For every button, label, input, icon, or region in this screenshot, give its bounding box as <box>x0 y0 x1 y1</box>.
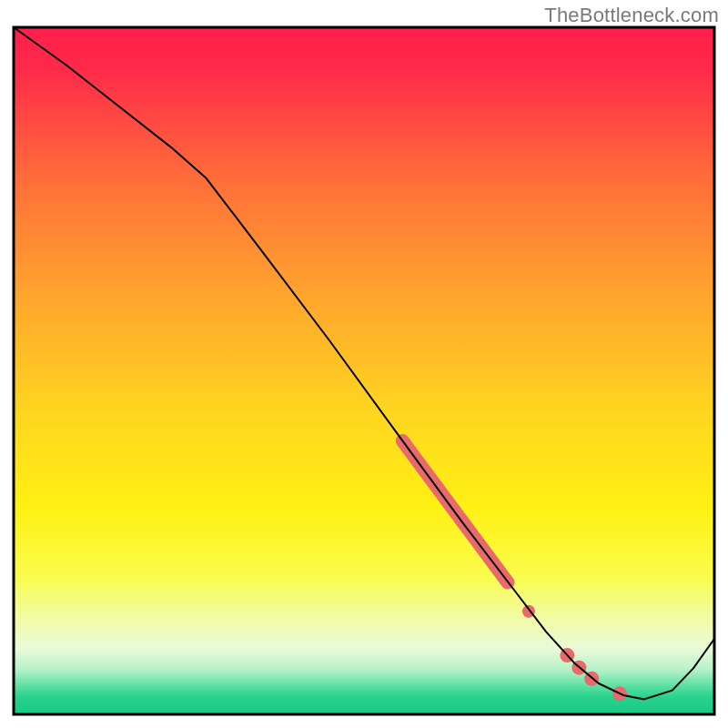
gradient-background <box>14 27 714 714</box>
chart-container: TheBottleneck.com <box>0 0 728 728</box>
bottleneck-chart <box>0 0 728 728</box>
watermark-label: TheBottleneck.com <box>544 4 719 27</box>
